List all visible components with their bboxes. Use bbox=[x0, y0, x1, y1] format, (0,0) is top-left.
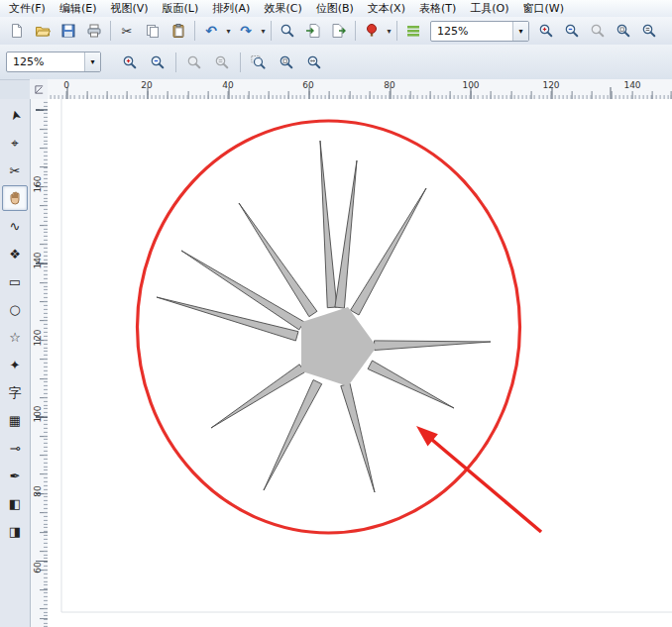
ruler-label: 140 bbox=[623, 80, 640, 90]
text-tool[interactable]: 字 bbox=[2, 379, 28, 405]
menu-view[interactable]: 视图(V) bbox=[103, 0, 155, 17]
cut-button[interactable]: ✂ bbox=[114, 18, 140, 44]
import-button[interactable] bbox=[300, 18, 326, 44]
crop-scissors-icon: ✂ bbox=[10, 164, 21, 177]
zoom-to-page-width-button[interactable] bbox=[301, 50, 327, 75]
rectangle-icon: ▭ bbox=[9, 275, 21, 288]
crop-tool[interactable]: ✂ bbox=[2, 157, 28, 183]
undo-button[interactable]: ↶ bbox=[198, 18, 224, 44]
shape-tool[interactable]: ⌖ bbox=[2, 130, 28, 156]
vertical-ruler[interactable]: 160 140 120 100 80 60 bbox=[30, 99, 49, 627]
zoom-to-all-objects-button[interactable] bbox=[209, 50, 235, 75]
paste-button[interactable] bbox=[166, 18, 191, 44]
new-button[interactable] bbox=[4, 18, 30, 44]
marquee-zoom-button[interactable] bbox=[246, 50, 272, 75]
zoom-level-value: 125% bbox=[437, 25, 468, 38]
property-bar: 125% ▾ bbox=[0, 45, 672, 80]
app-launcher-dropdown[interactable]: ▾ bbox=[385, 27, 393, 36]
ruler-label: 20 bbox=[141, 80, 152, 90]
propbar-zoom-to-page-button[interactable] bbox=[274, 50, 299, 75]
ruler-label: 160 bbox=[33, 175, 43, 193]
redo-button[interactable]: ↷ bbox=[233, 18, 259, 44]
pan-tool[interactable] bbox=[2, 185, 28, 211]
freehand-curve-icon: ∿ bbox=[10, 220, 21, 233]
fill-tool[interactable]: ◧ bbox=[2, 490, 28, 516]
eyedropper-tool[interactable]: ⊸ bbox=[2, 435, 28, 461]
pick-arrow-icon: ➤ bbox=[7, 108, 22, 122]
zoom-level-combo[interactable]: 125% ▾ bbox=[430, 21, 529, 42]
menu-window[interactable]: 窗口(W) bbox=[516, 0, 571, 17]
zoom-to-page-width-icon bbox=[306, 54, 322, 70]
ruler-label: 60 bbox=[302, 80, 313, 90]
zoom-to-selected-icon bbox=[186, 54, 202, 70]
scissors-icon: ✂ bbox=[122, 25, 133, 38]
splat-shape[interactable] bbox=[157, 141, 491, 492]
export-button[interactable] bbox=[326, 18, 352, 44]
open-button[interactable] bbox=[30, 18, 56, 44]
ellipse-tool[interactable]: ○ bbox=[2, 296, 28, 322]
zoom-out-icon bbox=[564, 23, 580, 39]
zoom-actual-size-button[interactable] bbox=[585, 18, 611, 44]
zoom-to-page-button[interactable] bbox=[611, 18, 636, 44]
ruler-origin-corner[interactable] bbox=[30, 79, 49, 100]
zoom-to-all-icon bbox=[641, 23, 657, 39]
menu-table[interactable]: 表格(T) bbox=[412, 0, 463, 17]
propbar-zoom-combo[interactable]: 125% ▾ bbox=[6, 52, 101, 72]
application-launcher-button[interactable] bbox=[359, 18, 385, 44]
ruler-label: 100 bbox=[462, 80, 479, 90]
paste-clipboard-icon bbox=[170, 23, 186, 39]
marquee-zoom-icon bbox=[251, 54, 267, 70]
drawing-canvas[interactable] bbox=[48, 99, 672, 627]
interactive-fill-tool[interactable]: ◨ bbox=[2, 518, 28, 544]
basic-shapes-tool[interactable]: ✦ bbox=[2, 352, 28, 377]
redo-icon: ↷ bbox=[240, 24, 252, 38]
menu-text[interactable]: 文本(X) bbox=[361, 0, 412, 17]
print-button[interactable] bbox=[81, 18, 107, 44]
outline-pen-icon: ✒ bbox=[10, 470, 21, 482]
menu-bitmaps[interactable]: 位图(B) bbox=[309, 0, 361, 17]
chevron-down-icon[interactable]: ▾ bbox=[512, 22, 528, 41]
copy-icon bbox=[145, 23, 161, 39]
menu-arrange[interactable]: 排列(A) bbox=[205, 0, 257, 17]
smart-fill-icon: ❖ bbox=[9, 248, 21, 261]
outline-pen-tool[interactable]: ✒ bbox=[2, 463, 28, 488]
shape-node-icon: ⌖ bbox=[11, 137, 18, 150]
propbar-zoom-in-button[interactable] bbox=[117, 50, 143, 75]
interactive-fill-icon: ◨ bbox=[9, 525, 21, 538]
eyedropper-icon: ⊸ bbox=[10, 442, 21, 455]
standard-toolbar: ✂ ↶ ▾ ↷ ▾ ▾ bbox=[0, 17, 672, 46]
freehand-tool[interactable]: ∿ bbox=[2, 213, 28, 239]
export-icon bbox=[331, 23, 347, 39]
table-tool[interactable]: ▦ bbox=[2, 407, 28, 433]
menu-edit[interactable]: 编辑(E) bbox=[53, 0, 104, 17]
ruler-label: 60 bbox=[33, 559, 43, 576]
search-content-button[interactable] bbox=[275, 18, 300, 44]
horizontal-ruler[interactable]: 0 20 40 60 80 100 120 140 bbox=[48, 79, 672, 100]
menu-file[interactable]: 文件(F) bbox=[2, 0, 53, 17]
zoom-in-button[interactable] bbox=[533, 18, 559, 44]
copy-button[interactable] bbox=[140, 18, 166, 44]
save-button[interactable] bbox=[56, 18, 81, 44]
options-button[interactable] bbox=[400, 18, 426, 44]
coreldraw-window: 文件(F) 编辑(E) 视图(V) 版面(L) 排列(A) 效果(C) 位图(B… bbox=[0, 0, 672, 627]
zoom-to-selected-button[interactable] bbox=[181, 50, 207, 75]
ruler-label: 80 bbox=[33, 482, 43, 500]
options-sliders-icon bbox=[405, 23, 421, 39]
menu-tools[interactable]: 工具(O) bbox=[463, 0, 515, 17]
smart-fill-tool[interactable]: ❖ bbox=[2, 241, 28, 266]
zoom-out-button[interactable] bbox=[559, 18, 585, 44]
redo-dropdown[interactable]: ▾ bbox=[259, 27, 268, 36]
rectangle-tool[interactable]: ▭ bbox=[2, 268, 28, 294]
propbar-zoom-out-button[interactable] bbox=[145, 50, 170, 75]
menu-layout[interactable]: 版面(L) bbox=[156, 0, 206, 17]
menu-bar: 文件(F) 编辑(E) 视图(V) 版面(L) 排列(A) 效果(C) 位图(B… bbox=[0, 0, 672, 18]
chevron-down-icon[interactable]: ▾ bbox=[84, 52, 100, 71]
pick-tool[interactable]: ➤ bbox=[2, 102, 28, 128]
zoom-to-all-button[interactable] bbox=[636, 18, 662, 44]
propbar-zoom-value: 125% bbox=[13, 55, 44, 68]
undo-dropdown[interactable]: ▾ bbox=[224, 27, 233, 36]
zoom-in-icon bbox=[122, 54, 138, 70]
polygon-tool[interactable]: ☆ bbox=[2, 324, 28, 350]
star-icon: ☆ bbox=[9, 331, 21, 344]
menu-effects[interactable]: 效果(C) bbox=[257, 0, 308, 17]
